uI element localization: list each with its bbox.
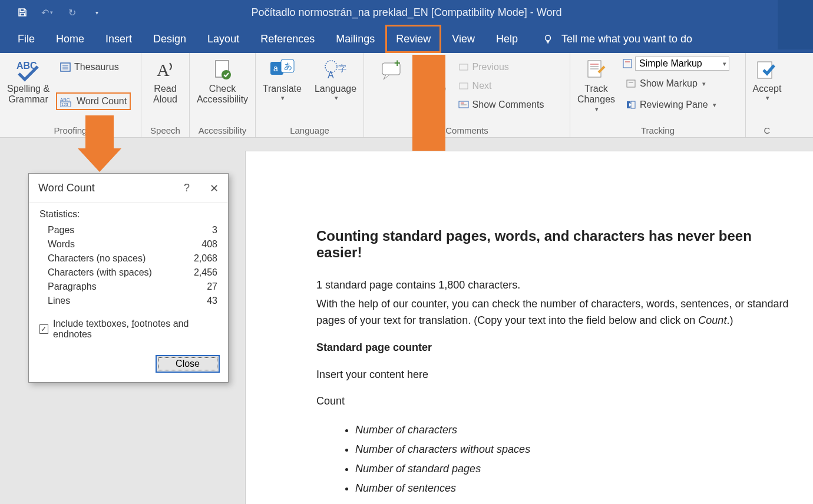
svg-rect-22: [460, 83, 468, 89]
word-count-button[interactable]: ABC123 Word Count: [57, 93, 130, 110]
svg-text:a: a: [273, 64, 278, 73]
group-label-accessibility: Accessibility: [193, 124, 252, 137]
doc-list: Number of characters Number of character…: [345, 420, 795, 498]
checkbox-icon[interactable]: ✓: [39, 324, 48, 334]
include-checkbox-row[interactable]: ✓ Include textboxes, footnotes and endno…: [39, 319, 217, 340]
stats-label: Statistics:: [39, 209, 217, 220]
doc-li2: Number of characters without spaces: [355, 440, 795, 459]
tab-review[interactable]: Review: [385, 25, 441, 53]
svg-rect-35: [631, 101, 635, 108]
close-button[interactable]: Close: [156, 355, 220, 373]
user-avatar[interactable]: [778, 0, 813, 49]
show-markup-icon: [626, 79, 636, 88]
window-title: Počítadlo normostrán_na preklad_EN [Comp…: [252, 6, 562, 19]
doc-p1: 1 standard page contains 1,800 character…: [316, 277, 795, 294]
svg-text:A: A: [157, 60, 170, 79]
spelling-grammar-button[interactable]: ABC Spelling & Grammar: [4, 54, 53, 105]
group-label-changes: C: [749, 124, 785, 137]
previous-comment-button: Previous: [455, 59, 548, 75]
stat-pages: Pages3: [39, 223, 217, 237]
show-comments-button[interactable]: Show Comments: [455, 97, 548, 113]
accept-button[interactable]: Accept▾: [749, 54, 785, 102]
stat-chars-spaces: Characters (with spaces)2,456: [39, 266, 217, 280]
titlebar: ↶▾ ↻ ▾ Počítadlo normostrán_na preklad_E…: [0, 0, 813, 25]
word-count-dialog: Word Count ? ✕ Statistics: Pages3 Words4…: [28, 173, 229, 383]
stat-lines: Lines43: [39, 294, 217, 308]
tell-me-label: Tell me what you want to do: [561, 33, 692, 45]
group-label-language: Language: [259, 124, 360, 137]
group-accessibility: Check Accessibility Accessibility: [190, 53, 256, 137]
show-markup-button[interactable]: Show Markup ▾: [622, 75, 729, 92]
language-icon: 字A: [323, 57, 349, 84]
group-changes: Accept▾ C: [746, 53, 788, 137]
qat-customize-icon[interactable]: ▾: [91, 6, 103, 18]
doc-heading: Counting standard pages, words, and char…: [316, 228, 795, 261]
group-comments: + New Comment Delete▾ Previous Next: [364, 53, 570, 137]
next-icon: [458, 81, 469, 91]
tab-references[interactable]: References: [250, 25, 325, 53]
tab-insert[interactable]: Insert: [95, 25, 143, 53]
translate-icon: aあ: [269, 57, 295, 84]
help-icon[interactable]: ?: [184, 182, 190, 195]
stat-chars-nospaces: Characters (no spaces)2,068: [39, 251, 217, 266]
show-comments-icon: [458, 100, 469, 110]
tab-layout[interactable]: Layout: [197, 25, 250, 53]
previous-icon: [458, 62, 469, 72]
save-icon[interactable]: [16, 6, 28, 18]
doc-li3: Number of standard pages: [355, 459, 795, 479]
dialog-footer: Close: [29, 348, 228, 382]
markup-mode-icon: [622, 58, 633, 69]
svg-rect-21: [460, 64, 468, 70]
translate-button[interactable]: aあ Translate▾: [259, 54, 305, 102]
stat-paragraphs: Paragraphs27: [39, 280, 217, 294]
tab-home[interactable]: Home: [45, 25, 95, 53]
language-button[interactable]: 字A Language▾: [311, 54, 360, 102]
doc-p2: With the help of our counter, you can ch…: [316, 296, 795, 329]
word-count-icon: ABC123: [60, 96, 73, 107]
new-comment-icon: +: [380, 57, 404, 84]
dialog-title: Word Count: [38, 182, 95, 194]
track-changes-button[interactable]: Track Changes▾: [574, 54, 619, 112]
tab-file[interactable]: File: [0, 25, 45, 53]
markup-mode-select[interactable]: Simple Markup: [635, 57, 729, 71]
dialog-body: Statistics: Pages3 Words408 Characters (…: [29, 203, 228, 348]
svg-text:あ: あ: [284, 61, 292, 71]
group-language: aあ Translate▾ 字A Language▾ Language: [256, 53, 364, 137]
doc-p3: Insert your content here: [316, 367, 795, 383]
menubar: File Home Insert Design Layout Reference…: [0, 25, 813, 53]
svg-point-11: [222, 70, 231, 79]
include-checkbox-label: Include textboxes, footnotes and endnote…: [53, 319, 217, 340]
read-aloud-icon: A: [154, 57, 176, 84]
read-aloud-button[interactable]: A Read Aloud: [150, 54, 181, 105]
redo-icon[interactable]: ↻: [66, 6, 78, 18]
svg-text:123: 123: [61, 102, 68, 107]
tab-help[interactable]: Help: [485, 25, 528, 53]
spelling-icon: ABC: [15, 57, 41, 84]
doc-li4: Number of sentences: [355, 479, 795, 498]
svg-text:字: 字: [338, 64, 346, 73]
reviewing-pane-button[interactable]: Reviewing Pane ▾: [622, 97, 729, 113]
close-icon[interactable]: ✕: [210, 182, 219, 195]
svg-text:+: +: [394, 58, 401, 69]
track-changes-icon: [586, 57, 607, 84]
dialog-header: Word Count ? ✕: [29, 174, 228, 203]
document-page: Counting standard pages, words, and char…: [245, 151, 813, 504]
quick-access-toolbar: ↶▾ ↻ ▾: [0, 6, 103, 18]
accessibility-icon: [212, 57, 233, 84]
undo-icon[interactable]: ↶▾: [41, 6, 53, 18]
svg-text:A: A: [328, 70, 334, 80]
thesaurus-button[interactable]: Thesaurus: [57, 59, 130, 75]
check-accessibility-button[interactable]: Check Accessibility: [193, 54, 252, 105]
doc-p4: Count: [316, 393, 795, 410]
tell-me[interactable]: Tell me what you want to do: [543, 33, 692, 45]
thesaurus-icon: [60, 62, 71, 72]
group-label-comments: Comments: [368, 124, 566, 137]
callout-arrow-wordcount: [78, 115, 121, 172]
tab-design[interactable]: Design: [143, 25, 197, 53]
tab-mailings[interactable]: Mailings: [325, 25, 385, 53]
reviewing-pane-icon: [626, 100, 636, 110]
tab-view[interactable]: View: [441, 25, 485, 53]
lightbulb-icon: [543, 34, 553, 44]
svg-rect-30: [623, 59, 632, 68]
stat-words: Words408: [39, 237, 217, 251]
